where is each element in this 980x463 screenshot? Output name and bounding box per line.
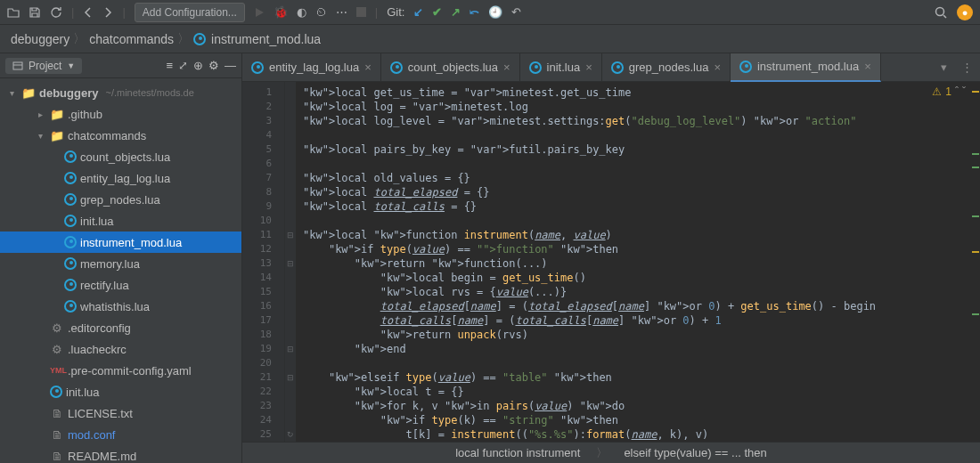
close-icon[interactable]: × <box>585 61 592 74</box>
error-stripe[interactable] <box>971 82 980 442</box>
tree-file[interactable]: 🗎mod.conf <box>0 424 241 445</box>
svg-rect-2 <box>13 62 22 69</box>
svg-rect-0 <box>356 7 366 17</box>
run-config-select[interactable]: Add Configuration... <box>135 3 245 22</box>
close-icon[interactable]: × <box>503 61 510 74</box>
tree-file[interactable]: count_objects.lua <box>0 146 241 167</box>
lua-file-icon <box>64 150 77 163</box>
lua-file-icon <box>64 215 77 227</box>
stop-icon[interactable] <box>356 7 366 17</box>
yaml-file-icon: YML <box>50 366 64 375</box>
coverage-icon[interactable]: ◐ <box>297 5 306 19</box>
tree-folder[interactable]: ▾📁chatcommands <box>0 125 241 146</box>
tree-file[interactable]: whatisthis.lua <box>0 296 241 317</box>
close-icon[interactable]: × <box>864 60 871 73</box>
expand-icon[interactable]: ⤢ <box>178 59 188 72</box>
breadcrumb-item[interactable]: debuggery <box>11 32 69 46</box>
text-file-icon: 🗎 <box>50 428 64 442</box>
forward-icon[interactable] <box>102 7 113 18</box>
lua-file-icon <box>390 61 403 74</box>
line-number-gutter[interactable]: 1234567891011121314151617181920212223242… <box>242 82 285 442</box>
git-push-icon[interactable]: ↗ <box>451 5 461 19</box>
tab-more-icon[interactable]: ⋮ <box>954 61 980 74</box>
gear-icon: ⚙ <box>50 343 64 356</box>
warning-icon: ⚠ <box>932 85 942 98</box>
project-tree[interactable]: ▾ 📁 debuggery ~/.minetest/mods.de ▸📁.git… <box>0 78 241 463</box>
editor-tab[interactable]: instrument_mod.lua× <box>731 53 881 82</box>
lua-file-icon <box>611 61 624 74</box>
folder-icon: 📁 <box>50 108 64 121</box>
lua-file-icon <box>64 172 77 184</box>
git-update-icon[interactable]: ⤺ <box>470 5 479 19</box>
tree-folder[interactable]: ▸📁.github <box>0 103 241 125</box>
git-label: Git: <box>387 5 404 19</box>
markdown-file-icon: 🗎 <box>50 450 64 463</box>
debug-icon[interactable]: 🐞 <box>274 5 288 19</box>
lua-file-icon <box>64 257 77 270</box>
tab-dropdown-icon[interactable]: ▾ <box>934 61 954 74</box>
code-breadcrumb[interactable]: local function instrument 〉 elseif type(… <box>242 442 980 463</box>
collapse-all-icon[interactable]: ≡ <box>166 59 173 72</box>
gear-icon: ⚙ <box>50 321 64 335</box>
tree-file[interactable]: 🗎README.md <box>0 445 241 463</box>
tree-file[interactable]: rectify.lua <box>0 274 241 296</box>
attach-icon[interactable]: ⋯ <box>336 5 347 19</box>
history-icon[interactable]: 🕘 <box>488 5 502 19</box>
lua-file-icon <box>739 61 752 73</box>
lua-file-icon <box>64 279 77 291</box>
tree-file[interactable]: ⚙.luacheckrc <box>0 338 241 360</box>
lua-file-icon <box>251 61 264 74</box>
tree-file[interactable]: init.lua <box>0 210 241 232</box>
tree-file[interactable]: 🗎LICENSE.txt <box>0 402 241 424</box>
lua-file-icon <box>529 61 542 74</box>
tree-file[interactable]: YML.pre-commit-config.yaml <box>0 360 241 381</box>
project-scope-select[interactable]: Project ▼ <box>5 58 82 74</box>
tree-file[interactable]: memory.lua <box>0 253 241 274</box>
editor-tab[interactable]: entity_lag_log.lua× <box>242 53 381 82</box>
breadcrumb-item[interactable]: chatcommands <box>89 32 174 46</box>
tree-file[interactable]: grep_nodes.lua <box>0 189 241 210</box>
tree-file[interactable]: instrument_mod.lua <box>0 232 241 253</box>
tree-file[interactable]: ⚙.editorconfig <box>0 317 241 338</box>
git-pull-icon[interactable]: ↙ <box>413 5 423 19</box>
inspection-indicator[interactable]: ⚠ 1 ˆ ˇ <box>932 85 966 98</box>
editor-tabs: entity_lag_log.lua×count_objects.lua×ini… <box>242 53 980 82</box>
avatar[interactable]: ● <box>957 4 973 20</box>
editor-tab[interactable]: grep_nodes.lua× <box>602 53 731 82</box>
editor-tab[interactable]: init.lua× <box>520 53 602 82</box>
lua-file-icon <box>64 236 77 248</box>
lua-file-icon <box>50 386 62 398</box>
run-icon[interactable] <box>254 7 265 18</box>
navigation-breadcrumb: debuggery 〉 chatcommands 〉 instrument_mo… <box>0 25 980 53</box>
refresh-icon[interactable] <box>50 6 62 19</box>
breadcrumb-item[interactable]: instrument_mod.lua <box>193 32 321 46</box>
fold-gutter[interactable]: ⊟⊟⊟⊟↻ <box>285 82 296 442</box>
text-file-icon: 🗎 <box>50 407 64 420</box>
code-editor[interactable]: "kw">local get_us_time = "var">minetest.… <box>296 82 971 442</box>
folder-icon: 📁 <box>50 129 64 142</box>
profile-icon[interactable]: ⏲ <box>315 5 327 19</box>
tree-file[interactable]: entity_lag_log.lua <box>0 167 241 189</box>
back-icon[interactable] <box>83 7 94 18</box>
lua-file-icon <box>64 300 77 313</box>
rollback-icon[interactable]: ↶ <box>511 5 521 19</box>
close-icon[interactable]: × <box>714 61 721 74</box>
lua-file-icon <box>64 193 77 206</box>
git-commit-icon[interactable]: ✔ <box>432 5 442 19</box>
svg-point-1 <box>936 7 944 15</box>
save-icon[interactable] <box>29 6 41 19</box>
tree-file[interactable]: init.lua <box>0 381 241 402</box>
close-icon[interactable]: × <box>364 61 372 74</box>
search-icon[interactable] <box>934 5 948 20</box>
settings-icon[interactable]: ⚙ <box>208 59 219 72</box>
editor-tab[interactable]: count_objects.lua× <box>381 53 520 82</box>
open-icon[interactable] <box>7 6 20 19</box>
tree-root[interactable]: ▾ 📁 debuggery ~/.minetest/mods.de <box>0 82 241 103</box>
scroll-from-source-icon[interactable]: ⊕ <box>193 59 203 72</box>
lua-file-icon <box>193 33 206 45</box>
hide-icon[interactable]: — <box>225 59 236 72</box>
